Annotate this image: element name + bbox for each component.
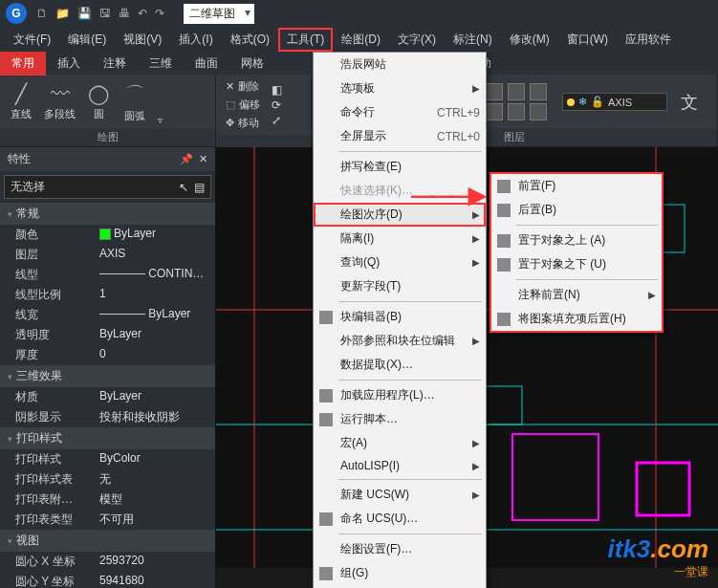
workspace-combo[interactable]: 二维草图	[184, 4, 254, 24]
property-row[interactable]: 圆心 X 坐标2593720	[0, 552, 215, 572]
property-value[interactable]: 投射和接收阴影	[96, 409, 215, 425]
menu-6[interactable]: 绘图(D)	[334, 29, 388, 51]
redo-icon[interactable]: ↷	[155, 7, 164, 20]
undo-icon[interactable]: ↶	[138, 7, 147, 20]
rotate-icon[interactable]: ⟳	[272, 98, 282, 112]
property-value[interactable]: ByLayer	[96, 327, 215, 343]
property-row[interactable]: 打印表类型不可用	[0, 510, 215, 530]
property-row[interactable]: 颜色ByLayer	[0, 225, 215, 245]
filter-icon[interactable]: ▤	[194, 181, 205, 194]
property-value[interactable]: ———— ByLayer	[96, 307, 215, 323]
menu-5[interactable]: 工具(T)	[279, 29, 332, 51]
menu-item[interactable]: 浩辰网站	[314, 53, 486, 76]
menu-4[interactable]: 格式(O)	[223, 29, 277, 51]
menu-item[interactable]: 隔离(I)▶	[314, 227, 486, 250]
property-value[interactable]: ByLayer	[96, 389, 215, 405]
current-layer-combo[interactable]: ❄🔓AXIS	[562, 93, 667, 111]
pin-icon[interactable]: 📌	[180, 153, 193, 165]
menu-item[interactable]: 组(G)	[314, 561, 486, 585]
property-row[interactable]: 材质ByLayer	[0, 387, 215, 407]
menu-9[interactable]: 修改(M)	[502, 29, 557, 51]
property-row[interactable]: 线宽———— ByLayer	[0, 305, 215, 325]
move-button[interactable]: ✥移动	[224, 115, 262, 131]
close-icon[interactable]: ✕	[199, 153, 207, 165]
ribbon-tab-0[interactable]: 常用	[0, 52, 46, 76]
property-value[interactable]: 模型	[96, 491, 215, 508]
menu-1[interactable]: 编辑(E)	[60, 29, 114, 51]
menu-2[interactable]: 视图(V)	[116, 29, 169, 51]
menu-0[interactable]: 文件(F)	[6, 29, 58, 51]
pick-icon[interactable]: ↖	[179, 181, 188, 194]
menu-item[interactable]: 命令行CTRL+9	[314, 100, 486, 124]
property-row[interactable]: 圆心 Y 坐标5941680	[0, 572, 215, 588]
ribbon-tab-5[interactable]: 网格	[229, 52, 275, 76]
ribbon-tab-6[interactable]	[275, 53, 301, 74]
menu-item[interactable]: AutoLISP(I)▶	[314, 455, 486, 476]
property-row[interactable]: 打印样式表无	[0, 469, 215, 490]
category-header[interactable]: 常规	[0, 203, 215, 225]
menu-item[interactable]: 注释前置(N)▶	[491, 283, 662, 307]
circle-button[interactable]: ◯圆	[85, 82, 112, 121]
mirror-icon[interactable]: ◧	[272, 83, 282, 97]
menu-item[interactable]: 命名 UCS(U)…	[314, 507, 486, 531]
property-row[interactable]: 透明度ByLayer	[0, 325, 215, 345]
menu-item[interactable]: 绘图设置(F)…	[314, 537, 486, 561]
property-value[interactable]: 2593720	[96, 554, 215, 570]
menu-item[interactable]: 查询(Q)▶	[314, 250, 486, 274]
property-value[interactable]: 1	[96, 287, 215, 303]
property-value[interactable]: ———— CONTIN…	[96, 267, 215, 283]
menu-item[interactable]: 运行脚本…	[314, 407, 486, 431]
scale-icon[interactable]: ⤢	[272, 114, 282, 127]
property-value[interactable]: ByColor	[96, 451, 215, 468]
ribbon-tab-3[interactable]: 三维	[138, 52, 184, 76]
menu-item[interactable]: 外部参照和块在位编辑▶	[314, 329, 486, 353]
menu-item[interactable]: 加载应用程序(L)…	[314, 383, 486, 407]
menu-7[interactable]: 文字(X)	[390, 29, 444, 51]
offset-button[interactable]: ⬚偏移	[224, 97, 262, 113]
text-tool-icon[interactable]: 文	[681, 91, 698, 114]
property-value[interactable]: ByLayer	[96, 227, 215, 243]
chevron-down-icon[interactable]: ▿	[158, 115, 163, 125]
property-value[interactable]: 无	[96, 471, 215, 488]
category-header[interactable]: 视图	[0, 530, 215, 552]
property-row[interactable]: 打印表附…模型	[0, 490, 215, 510]
polyline-button[interactable]: 〰多段线	[44, 83, 76, 121]
menu-11[interactable]: 应用软件	[618, 29, 679, 51]
category-header[interactable]: 三维效果	[0, 365, 215, 387]
property-row[interactable]: 线型———— CONTIN…	[0, 265, 215, 285]
category-header[interactable]: 打印样式	[0, 427, 215, 449]
property-value[interactable]: 不可用	[96, 512, 215, 528]
menu-item[interactable]: 置于对象之上 (A)	[491, 229, 662, 252]
menu-3[interactable]: 插入(I)	[171, 29, 220, 51]
menu-item[interactable]: 全屏显示CTRL+0	[314, 124, 486, 148]
property-row[interactable]: 线型比例1	[0, 285, 215, 305]
ribbon-tab-4[interactable]: 曲面	[184, 52, 229, 76]
property-row[interactable]: 厚度0	[0, 345, 215, 365]
menu-item[interactable]: 宏(A)▶	[314, 431, 486, 455]
property-value[interactable]: AXIS	[96, 247, 215, 263]
menu-item[interactable]: 新建 UCS(W)▶	[314, 483, 486, 507]
menu-10[interactable]: 窗口(W)	[559, 29, 616, 51]
line-button[interactable]: ╱直线	[8, 82, 34, 121]
property-row[interactable]: 图层AXIS	[0, 245, 215, 265]
menu-item[interactable]: 拼写检查(E)	[314, 155, 486, 179]
menu-item[interactable]: 数据提取(X)…	[314, 353, 486, 377]
menu-item[interactable]: 置于对象之下 (U)	[491, 252, 662, 276]
saveas-icon[interactable]: 🖫	[99, 7, 111, 20]
ribbon-tab-1[interactable]: 插入	[46, 52, 92, 76]
property-row[interactable]: 打印样式ByColor	[0, 449, 215, 469]
menu-item[interactable]: 后置(B)	[491, 198, 662, 222]
menu-8[interactable]: 标注(N)	[446, 29, 500, 51]
property-row[interactable]: 阴影显示投射和接收阴影	[0, 407, 215, 427]
menu-item[interactable]: 更新字段(T)	[314, 274, 486, 298]
arc-button[interactable]: ⌒圆弧	[121, 81, 148, 123]
menu-item[interactable]: 选项板▶	[314, 76, 486, 100]
ribbon-tab-2[interactable]: 注释	[92, 52, 138, 76]
selection-combo[interactable]: 无选择 ↖▤	[4, 175, 211, 199]
open-icon[interactable]: 📁	[55, 7, 70, 20]
property-value[interactable]: 0	[96, 347, 215, 363]
property-value[interactable]: 5941680	[96, 574, 215, 588]
menu-item[interactable]: 将图案填充项后置(H)	[491, 307, 662, 331]
new-icon[interactable]: 🗋	[36, 7, 48, 20]
save-icon[interactable]: 💾	[77, 7, 92, 20]
